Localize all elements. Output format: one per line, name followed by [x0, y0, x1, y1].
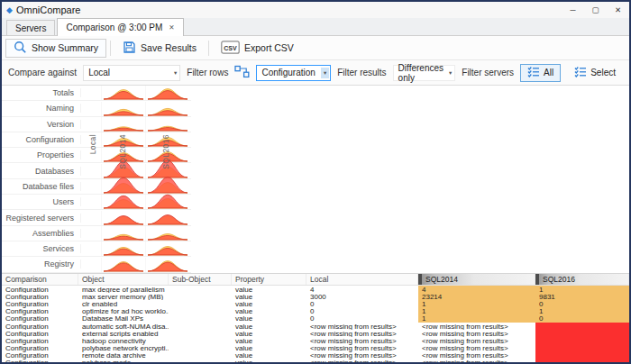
column-header-sql2014[interactable]: SQL2014: [418, 274, 535, 285]
table-row[interactable]: Configurationpolybase network encrypti..…: [2, 345, 629, 352]
table-row[interactable]: Configurationexternal scripts enabledval…: [2, 330, 629, 337]
sparkline-cell[interactable]: [101, 179, 145, 194]
compare-against-combo[interactable]: Local ▾: [83, 65, 180, 81]
sparkline-cell[interactable]: [101, 86, 145, 100]
sparkline-cell[interactable]: [101, 211, 145, 225]
sparkline-cell[interactable]: [145, 211, 189, 225]
matrix-row: Services: [2, 241, 191, 257]
table-cell: Configuration: [2, 308, 78, 315]
table-row[interactable]: Configurationoptimize for ad hoc worklo.…: [2, 308, 629, 315]
sparkline-cell[interactable]: [101, 102, 145, 116]
maximize-button[interactable]: ▢: [584, 2, 607, 18]
sparkline-cell[interactable]: [101, 117, 145, 132]
sparkline-chart: [146, 102, 189, 116]
table-row[interactable]: Configurationremote data archivevalue<ro…: [2, 352, 629, 359]
matrix-row-label: Registry: [2, 259, 81, 268]
sparkline-cell[interactable]: [101, 226, 145, 241]
column-header-sub-object[interactable]: Sub-Object: [169, 274, 232, 285]
table-cell: Configuration: [2, 293, 78, 300]
filter-servers-select-button[interactable]: Select: [567, 64, 623, 82]
combo-value: Local: [88, 68, 110, 77]
table-cell: value: [232, 323, 306, 330]
sparkline-cell[interactable]: [145, 226, 189, 241]
table-row[interactable]: Configurationmax degree of parallelismva…: [2, 286, 629, 293]
matrix-row-label: Assemblies: [2, 229, 81, 238]
sparkline-cell[interactable]: [145, 102, 189, 116]
chevron-down-icon: ▾: [174, 69, 177, 77]
table-cell: 1: [418, 315, 535, 323]
column-header-local[interactable]: Local: [306, 274, 418, 285]
checklist-icon: [527, 66, 540, 79]
tab-servers[interactable]: Servers: [6, 20, 55, 35]
show-summary-button[interactable]: Show Summary: [5, 39, 106, 58]
table-row[interactable]: Configurationautomatic soft-NUMA disa...…: [2, 323, 629, 330]
table-cell: <row missing from results>: [306, 352, 418, 359]
button-label: All: [544, 68, 553, 77]
button-label: Select: [590, 68, 616, 77]
table-row[interactable]: Configurationmax server memory (MB)value…: [2, 293, 629, 300]
summary-magnifier-icon: [14, 41, 27, 56]
table-cell: <row missing from results>: [306, 345, 418, 352]
matrix-row-label: Totals: [2, 88, 81, 97]
sparkline-chart: [102, 226, 145, 241]
table-cell: value: [232, 300, 306, 307]
matrix-baseline-label: Local: [88, 134, 97, 154]
column-header-comparison[interactable]: Comparison: [2, 274, 78, 285]
sparkline-cell[interactable]: [145, 86, 189, 100]
button-label: Save Results: [141, 42, 197, 53]
matrix-row: Database files: [2, 179, 191, 195]
filter-rows-label: Filter rows: [187, 68, 228, 77]
window-controls: ─ ▢ ✕: [562, 2, 629, 18]
sparkline-cell[interactable]: [145, 258, 189, 272]
sparkline-chart: [146, 211, 189, 225]
table-cell: [169, 352, 232, 359]
sparkline-cell[interactable]: [101, 195, 145, 209]
filter-rows-combo[interactable]: Configuration ▾: [256, 65, 331, 81]
table-cell: Configuration: [2, 300, 78, 307]
filter-results-combo[interactable]: Differences only ▾: [393, 65, 456, 81]
table-cell: remote data archive: [78, 352, 169, 359]
table-row[interactable]: Configurationhadoop connectivityvalue<ro…: [2, 337, 629, 344]
table-cell: 9831: [535, 293, 629, 300]
export-csv-button[interactable]: CSV Export CSV: [213, 39, 302, 58]
table-cell: <row missing from results>: [306, 330, 418, 337]
matrix-column-label-sql2014: SQL2014: [118, 134, 127, 169]
tab-close-icon[interactable]: ✕: [169, 23, 174, 32]
table-row[interactable]: ConfigurationDatabase Mail XPsvalue010: [2, 315, 629, 323]
sparkline-cell[interactable]: [145, 179, 189, 194]
column-header-property[interactable]: Property: [232, 274, 306, 285]
titlebar: ◆ OmniCompare ─ ▢ ✕: [2, 2, 629, 18]
table-cell: Database Mail XPs: [78, 315, 169, 323]
minimize-button[interactable]: ─: [562, 2, 584, 18]
sparkline-cell[interactable]: [145, 241, 189, 256]
table-cell: [169, 330, 232, 337]
filter-servers-all-button[interactable]: All: [520, 64, 561, 82]
table-cell: optimize for ad hoc worklo...: [78, 308, 169, 315]
matrix-row: Version: [2, 117, 191, 132]
table-row[interactable]: Configurationclr enabledvalue010: [2, 300, 629, 307]
close-button[interactable]: ✕: [607, 2, 629, 18]
matrix-row-label: Services: [2, 244, 81, 253]
table-cell: [169, 323, 232, 330]
sparkline-cell[interactable]: [145, 195, 189, 209]
sparkline-cell[interactable]: [101, 241, 145, 256]
app-icon: ◆: [6, 5, 13, 14]
save-results-button[interactable]: Save Results: [114, 39, 205, 58]
column-header-object[interactable]: Object: [78, 274, 169, 285]
table-row[interactable]: Configurationpolybase modevalue<row miss…: [2, 359, 629, 362]
sparkline-cell[interactable]: [145, 117, 189, 132]
table-cell: <row missing from results>: [418, 359, 535, 362]
table-cell: max degree of parallelism: [78, 286, 169, 293]
table-cell: 0: [306, 308, 418, 315]
table-cell: value: [232, 337, 306, 344]
table-cell: <row missing from results>: [418, 337, 535, 344]
column-header-sql2016[interactable]: SQL2016: [535, 274, 629, 285]
table-cell: 4: [418, 286, 535, 293]
table-cell: [169, 345, 232, 352]
tab-comparison[interactable]: Comparison @ 3:00 PM ✕: [57, 18, 183, 36]
table-cell: polybase mode: [78, 359, 169, 362]
table-cell: [535, 330, 629, 337]
sparkline-cell[interactable]: [101, 258, 145, 272]
tab-label: Servers: [15, 23, 46, 33]
combo-value: Configuration: [261, 68, 315, 77]
